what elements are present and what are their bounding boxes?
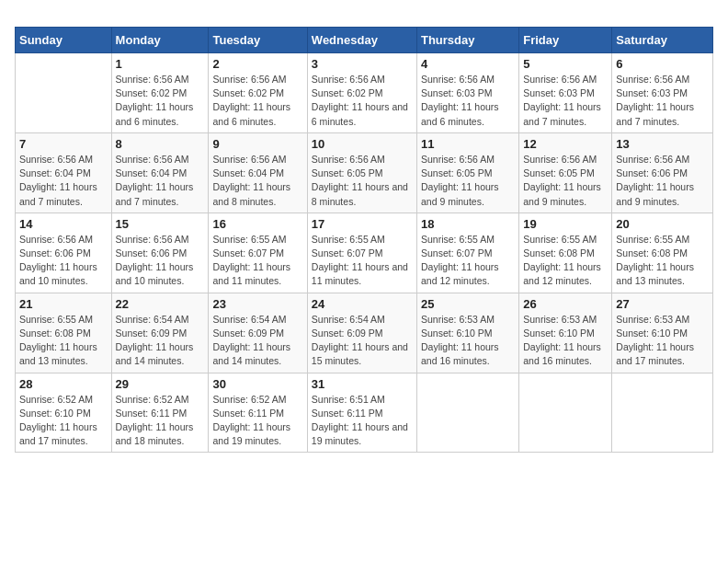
day-info: Sunrise: 6:56 AMSunset: 6:06 PMDaylight:… [19,233,108,289]
weekday-header-monday: Monday [111,28,209,53]
calendar-cell: 11Sunrise: 6:56 AMSunset: 6:05 PMDayligh… [416,132,518,213]
calendar-cell [519,373,612,453]
day-number: 8 [116,137,205,151]
day-info: Sunrise: 6:56 AMSunset: 6:06 PMDaylight:… [616,153,709,209]
week-row-4: 21Sunrise: 6:55 AMSunset: 6:08 PMDayligh… [16,293,713,373]
day-info: Sunrise: 6:56 AMSunset: 6:05 PMDaylight:… [312,153,413,209]
day-info: Sunrise: 6:56 AMSunset: 6:04 PMDaylight:… [212,153,302,209]
day-info: Sunrise: 6:56 AMSunset: 6:02 PMDaylight:… [312,73,413,129]
page-header [15,15,713,19]
calendar-cell: 21Sunrise: 6:55 AMSunset: 6:08 PMDayligh… [16,293,112,373]
day-info: Sunrise: 6:55 AMSunset: 6:08 PMDaylight:… [19,313,108,369]
day-info: Sunrise: 6:54 AMSunset: 6:09 PMDaylight:… [116,313,205,369]
calendar-cell: 30Sunrise: 6:52 AMSunset: 6:11 PMDayligh… [209,373,307,453]
day-number: 2 [212,57,302,71]
day-info: Sunrise: 6:56 AMSunset: 6:02 PMDaylight:… [212,73,302,129]
calendar-cell: 24Sunrise: 6:54 AMSunset: 6:09 PMDayligh… [307,293,416,373]
calendar-cell [612,373,713,453]
calendar-cell: 29Sunrise: 6:52 AMSunset: 6:11 PMDayligh… [111,373,209,453]
weekday-header-friday: Friday [519,28,612,53]
day-number: 11 [421,137,515,151]
calendar-cell: 2Sunrise: 6:56 AMSunset: 6:02 PMDaylight… [209,53,307,133]
day-info: Sunrise: 6:53 AMSunset: 6:10 PMDaylight:… [523,313,608,369]
day-info: Sunrise: 6:54 AMSunset: 6:09 PMDaylight:… [312,313,413,369]
day-info: Sunrise: 6:52 AMSunset: 6:10 PMDaylight:… [19,393,108,449]
day-info: Sunrise: 6:54 AMSunset: 6:09 PMDaylight:… [212,313,302,369]
day-number: 16 [212,217,302,231]
day-info: Sunrise: 6:55 AMSunset: 6:08 PMDaylight:… [616,233,709,289]
day-info: Sunrise: 6:51 AMSunset: 6:11 PMDaylight:… [312,393,413,449]
calendar-cell: 4Sunrise: 6:56 AMSunset: 6:03 PMDaylight… [416,53,518,133]
calendar-cell: 23Sunrise: 6:54 AMSunset: 6:09 PMDayligh… [209,293,307,373]
day-number: 12 [523,137,608,151]
day-number: 1 [116,57,205,71]
weekday-header-sunday: Sunday [16,28,112,53]
weekday-header-wednesday: Wednesday [307,28,416,53]
day-number: 13 [616,137,709,151]
calendar-cell: 8Sunrise: 6:56 AMSunset: 6:04 PMDaylight… [111,132,209,213]
calendar-cell [16,53,112,133]
day-number: 19 [523,217,608,231]
day-info: Sunrise: 6:56 AMSunset: 6:05 PMDaylight:… [523,153,608,209]
day-info: Sunrise: 6:56 AMSunset: 6:03 PMDaylight:… [421,73,515,129]
day-info: Sunrise: 6:56 AMSunset: 6:02 PMDaylight:… [116,73,205,129]
calendar-cell: 10Sunrise: 6:56 AMSunset: 6:05 PMDayligh… [307,132,416,213]
day-number: 3 [312,57,413,71]
calendar-cell: 13Sunrise: 6:56 AMSunset: 6:06 PMDayligh… [612,132,713,213]
day-info: Sunrise: 6:56 AMSunset: 6:04 PMDaylight:… [19,153,108,209]
calendar-cell: 14Sunrise: 6:56 AMSunset: 6:06 PMDayligh… [16,213,112,293]
calendar-cell: 28Sunrise: 6:52 AMSunset: 6:10 PMDayligh… [16,373,112,453]
day-number: 31 [312,377,413,391]
calendar-cell: 16Sunrise: 6:55 AMSunset: 6:07 PMDayligh… [209,213,307,293]
day-number: 30 [212,377,302,391]
weekday-header-thursday: Thursday [416,28,518,53]
day-info: Sunrise: 6:56 AMSunset: 6:04 PMDaylight:… [116,153,205,209]
day-number: 24 [312,297,413,311]
day-number: 17 [312,217,413,231]
day-info: Sunrise: 6:55 AMSunset: 6:08 PMDaylight:… [523,233,608,289]
calendar-cell: 18Sunrise: 6:55 AMSunset: 6:07 PMDayligh… [416,213,518,293]
day-number: 10 [312,137,413,151]
calendar-cell: 31Sunrise: 6:51 AMSunset: 6:11 PMDayligh… [307,373,416,453]
day-number: 7 [19,137,108,151]
calendar-cell: 22Sunrise: 6:54 AMSunset: 6:09 PMDayligh… [111,293,209,373]
calendar-cell: 19Sunrise: 6:55 AMSunset: 6:08 PMDayligh… [519,213,612,293]
day-number: 26 [523,297,608,311]
day-number: 21 [19,297,108,311]
day-number: 5 [523,57,608,71]
calendar-cell: 26Sunrise: 6:53 AMSunset: 6:10 PMDayligh… [519,293,612,373]
calendar-cell: 9Sunrise: 6:56 AMSunset: 6:04 PMDaylight… [209,132,307,213]
calendar-cell [416,373,518,453]
calendar-cell: 25Sunrise: 6:53 AMSunset: 6:10 PMDayligh… [416,293,518,373]
day-number: 14 [19,217,108,231]
day-number: 6 [616,57,709,71]
week-row-3: 14Sunrise: 6:56 AMSunset: 6:06 PMDayligh… [16,213,713,293]
calendar-cell: 3Sunrise: 6:56 AMSunset: 6:02 PMDaylight… [307,53,416,133]
calendar-cell: 20Sunrise: 6:55 AMSunset: 6:08 PMDayligh… [612,213,713,293]
day-number: 22 [116,297,205,311]
calendar-cell: 27Sunrise: 6:53 AMSunset: 6:10 PMDayligh… [612,293,713,373]
day-info: Sunrise: 6:56 AMSunset: 6:03 PMDaylight:… [616,73,709,129]
day-info: Sunrise: 6:52 AMSunset: 6:11 PMDaylight:… [116,393,205,449]
calendar-cell: 15Sunrise: 6:56 AMSunset: 6:06 PMDayligh… [111,213,209,293]
day-info: Sunrise: 6:55 AMSunset: 6:07 PMDaylight:… [421,233,515,289]
weekday-header-saturday: Saturday [612,28,713,53]
week-row-1: 1Sunrise: 6:56 AMSunset: 6:02 PMDaylight… [16,53,713,133]
day-number: 29 [116,377,205,391]
calendar-cell: 6Sunrise: 6:56 AMSunset: 6:03 PMDaylight… [612,53,713,133]
calendar-cell: 17Sunrise: 6:55 AMSunset: 6:07 PMDayligh… [307,213,416,293]
day-info: Sunrise: 6:56 AMSunset: 6:03 PMDaylight:… [523,73,608,129]
day-number: 28 [19,377,108,391]
day-number: 9 [212,137,302,151]
calendar-cell: 12Sunrise: 6:56 AMSunset: 6:05 PMDayligh… [519,132,612,213]
day-info: Sunrise: 6:56 AMSunset: 6:06 PMDaylight:… [116,233,205,289]
calendar-table: SundayMondayTuesdayWednesdayThursdayFrid… [15,27,713,453]
day-info: Sunrise: 6:55 AMSunset: 6:07 PMDaylight:… [312,233,413,289]
calendar-cell: 5Sunrise: 6:56 AMSunset: 6:03 PMDaylight… [519,53,612,133]
day-number: 4 [421,57,515,71]
day-info: Sunrise: 6:56 AMSunset: 6:05 PMDaylight:… [421,153,515,209]
weekday-header-row: SundayMondayTuesdayWednesdayThursdayFrid… [16,28,713,53]
weekday-header-tuesday: Tuesday [209,28,307,53]
day-info: Sunrise: 6:53 AMSunset: 6:10 PMDaylight:… [616,313,709,369]
day-info: Sunrise: 6:52 AMSunset: 6:11 PMDaylight:… [212,393,302,449]
